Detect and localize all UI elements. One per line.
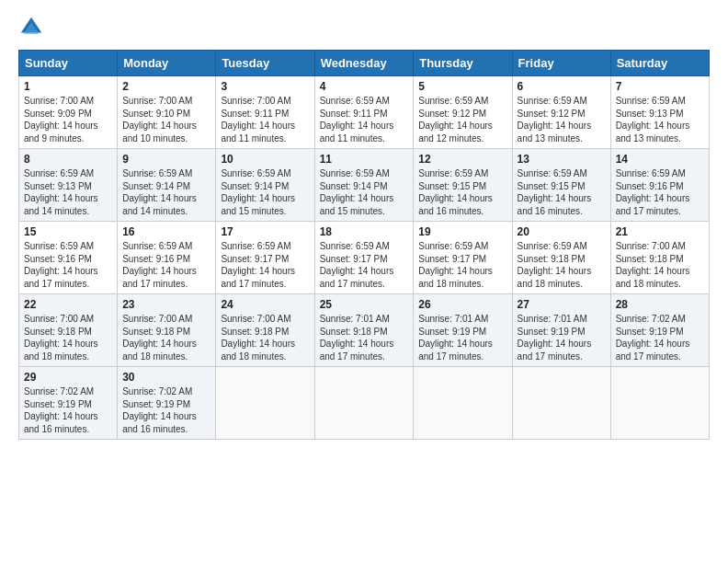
- calendar-cell: [610, 367, 709, 440]
- day-number: 3: [221, 80, 309, 93]
- day-detail: Sunrise: 7:00 AM Sunset: 9:10 PM Dayligh…: [122, 95, 210, 144]
- day-detail: Sunrise: 7:02 AM Sunset: 9:19 PM Dayligh…: [122, 385, 210, 435]
- day-detail: Sunrise: 6:59 AM Sunset: 9:17 PM Dayligh…: [418, 240, 506, 290]
- day-number: 15: [24, 225, 112, 238]
- day-detail: Sunrise: 6:59 AM Sunset: 9:12 PM Dayligh…: [418, 95, 506, 144]
- day-number: 16: [122, 225, 210, 238]
- day-detail: Sunrise: 7:02 AM Sunset: 9:19 PM Dayligh…: [24, 385, 112, 435]
- calendar-week-row: 29 Sunrise: 7:02 AM Sunset: 9:19 PM Dayl…: [19, 367, 710, 440]
- day-number: 9: [122, 153, 210, 166]
- day-detail: Sunrise: 6:59 AM Sunset: 9:11 PM Dayligh…: [320, 95, 409, 144]
- calendar-week-row: 1 Sunrise: 7:00 AM Sunset: 9:09 PM Dayli…: [19, 76, 710, 149]
- calendar-cell: 4 Sunrise: 6:59 AM Sunset: 9:11 PM Dayli…: [314, 76, 414, 149]
- calendar-cell: 1 Sunrise: 7:00 AM Sunset: 9:09 PM Dayli…: [19, 76, 118, 149]
- day-number: 1: [24, 80, 112, 93]
- day-number: 27: [518, 298, 606, 311]
- calendar-cell: 19 Sunrise: 6:59 AM Sunset: 9:17 PM Dayl…: [414, 222, 512, 294]
- day-detail: Sunrise: 7:00 AM Sunset: 9:18 PM Dayligh…: [24, 313, 112, 362]
- calendar-cell: 20 Sunrise: 6:59 AM Sunset: 9:18 PM Dayl…: [512, 222, 610, 294]
- calendar-header-row: SundayMondayTuesdayWednesdayThursdayFrid…: [19, 51, 710, 76]
- day-detail: Sunrise: 7:01 AM Sunset: 9:19 PM Dayligh…: [418, 313, 506, 362]
- calendar-cell: 8 Sunrise: 6:59 AM Sunset: 9:13 PM Dayli…: [19, 149, 118, 222]
- day-number: 24: [221, 298, 309, 311]
- day-number: 17: [221, 225, 309, 238]
- day-number: 4: [320, 80, 409, 93]
- day-number: 23: [122, 298, 210, 311]
- day-detail: Sunrise: 6:59 AM Sunset: 9:14 PM Dayligh…: [221, 167, 309, 217]
- day-detail: Sunrise: 6:59 AM Sunset: 9:13 PM Dayligh…: [616, 95, 704, 144]
- day-number: 5: [418, 80, 506, 93]
- calendar-cell: 18 Sunrise: 6:59 AM Sunset: 9:17 PM Dayl…: [314, 222, 414, 294]
- day-number: 29: [24, 371, 112, 384]
- day-number: 25: [320, 298, 409, 311]
- calendar-header-monday: Monday: [118, 51, 216, 76]
- day-number: 14: [616, 153, 704, 166]
- day-detail: Sunrise: 7:00 AM Sunset: 9:18 PM Dayligh…: [122, 313, 210, 362]
- calendar-header-saturday: Saturday: [610, 51, 709, 76]
- header: [18, 15, 710, 40]
- calendar-cell: 14 Sunrise: 6:59 AM Sunset: 9:16 PM Dayl…: [610, 149, 709, 222]
- calendar-cell: 2 Sunrise: 7:00 AM Sunset: 9:10 PM Dayli…: [118, 76, 216, 149]
- calendar-cell: [414, 367, 512, 440]
- day-number: 22: [24, 298, 112, 311]
- calendar-cell: 22 Sunrise: 7:00 AM Sunset: 9:18 PM Dayl…: [19, 294, 118, 367]
- calendar-cell: 30 Sunrise: 7:02 AM Sunset: 9:19 PM Dayl…: [118, 367, 216, 440]
- calendar-cell: 6 Sunrise: 6:59 AM Sunset: 9:12 PM Dayli…: [512, 76, 610, 149]
- calendar-week-row: 15 Sunrise: 6:59 AM Sunset: 9:16 PM Dayl…: [19, 222, 710, 294]
- page: SundayMondayTuesdayWednesdayThursdayFrid…: [0, 0, 728, 563]
- calendar-cell: 7 Sunrise: 6:59 AM Sunset: 9:13 PM Dayli…: [610, 76, 709, 149]
- calendar-cell: 10 Sunrise: 6:59 AM Sunset: 9:14 PM Dayl…: [216, 149, 314, 222]
- day-number: 11: [320, 153, 409, 166]
- day-detail: Sunrise: 6:59 AM Sunset: 9:16 PM Dayligh…: [122, 240, 210, 290]
- day-detail: Sunrise: 6:59 AM Sunset: 9:16 PM Dayligh…: [24, 240, 112, 290]
- calendar-cell: [512, 367, 610, 440]
- day-detail: Sunrise: 6:59 AM Sunset: 9:14 PM Dayligh…: [122, 167, 210, 217]
- calendar-cell: 25 Sunrise: 7:01 AM Sunset: 9:18 PM Dayl…: [314, 294, 414, 367]
- day-detail: Sunrise: 6:59 AM Sunset: 9:16 PM Dayligh…: [616, 167, 704, 217]
- calendar-cell: 29 Sunrise: 7:02 AM Sunset: 9:19 PM Dayl…: [19, 367, 118, 440]
- calendar-cell: 5 Sunrise: 6:59 AM Sunset: 9:12 PM Dayli…: [414, 76, 512, 149]
- day-detail: Sunrise: 6:59 AM Sunset: 9:18 PM Dayligh…: [518, 240, 606, 290]
- day-detail: Sunrise: 7:01 AM Sunset: 9:18 PM Dayligh…: [320, 313, 409, 362]
- day-number: 26: [418, 298, 506, 311]
- calendar-week-row: 22 Sunrise: 7:00 AM Sunset: 9:18 PM Dayl…: [19, 294, 710, 367]
- calendar-cell: 16 Sunrise: 6:59 AM Sunset: 9:16 PM Dayl…: [118, 222, 216, 294]
- calendar-header-thursday: Thursday: [414, 51, 512, 76]
- calendar-header-friday: Friday: [512, 51, 610, 76]
- logo: [18, 15, 48, 40]
- day-number: 13: [518, 153, 606, 166]
- calendar-cell: [314, 367, 414, 440]
- day-number: 8: [24, 153, 112, 166]
- day-number: 6: [518, 80, 606, 93]
- calendar-header-tuesday: Tuesday: [216, 51, 314, 76]
- calendar-cell: 26 Sunrise: 7:01 AM Sunset: 9:19 PM Dayl…: [414, 294, 512, 367]
- calendar-table: SundayMondayTuesdayWednesdayThursdayFrid…: [18, 50, 710, 440]
- calendar-cell: 12 Sunrise: 6:59 AM Sunset: 9:15 PM Dayl…: [414, 149, 512, 222]
- day-detail: Sunrise: 6:59 AM Sunset: 9:13 PM Dayligh…: [24, 167, 112, 217]
- day-detail: Sunrise: 7:00 AM Sunset: 9:09 PM Dayligh…: [24, 95, 112, 144]
- day-number: 20: [518, 225, 606, 238]
- day-number: 28: [616, 298, 704, 311]
- calendar-cell: 3 Sunrise: 7:00 AM Sunset: 9:11 PM Dayli…: [216, 76, 314, 149]
- day-detail: Sunrise: 6:59 AM Sunset: 9:15 PM Dayligh…: [418, 167, 506, 217]
- day-detail: Sunrise: 6:59 AM Sunset: 9:17 PM Dayligh…: [320, 240, 409, 290]
- day-number: 30: [122, 371, 210, 384]
- calendar-cell: 27 Sunrise: 7:01 AM Sunset: 9:19 PM Dayl…: [512, 294, 610, 367]
- calendar-cell: 9 Sunrise: 6:59 AM Sunset: 9:14 PM Dayli…: [118, 149, 216, 222]
- calendar-cell: 21 Sunrise: 7:00 AM Sunset: 9:18 PM Dayl…: [610, 222, 709, 294]
- day-detail: Sunrise: 6:59 AM Sunset: 9:15 PM Dayligh…: [518, 167, 606, 217]
- day-detail: Sunrise: 7:00 AM Sunset: 9:18 PM Dayligh…: [221, 313, 309, 362]
- day-detail: Sunrise: 6:59 AM Sunset: 9:17 PM Dayligh…: [221, 240, 309, 290]
- day-detail: Sunrise: 6:59 AM Sunset: 9:14 PM Dayligh…: [320, 167, 409, 217]
- day-detail: Sunrise: 7:01 AM Sunset: 9:19 PM Dayligh…: [518, 313, 606, 362]
- calendar-cell: 13 Sunrise: 6:59 AM Sunset: 9:15 PM Dayl…: [512, 149, 610, 222]
- calendar-week-row: 8 Sunrise: 6:59 AM Sunset: 9:13 PM Dayli…: [19, 149, 710, 222]
- day-detail: Sunrise: 7:00 AM Sunset: 9:11 PM Dayligh…: [221, 95, 309, 144]
- day-detail: Sunrise: 7:00 AM Sunset: 9:18 PM Dayligh…: [616, 240, 704, 290]
- day-number: 19: [418, 225, 506, 238]
- day-number: 2: [122, 80, 210, 93]
- calendar-header-sunday: Sunday: [19, 51, 118, 76]
- calendar-cell: [216, 367, 314, 440]
- logo-icon: [18, 15, 44, 40]
- calendar-header-wednesday: Wednesday: [314, 51, 414, 76]
